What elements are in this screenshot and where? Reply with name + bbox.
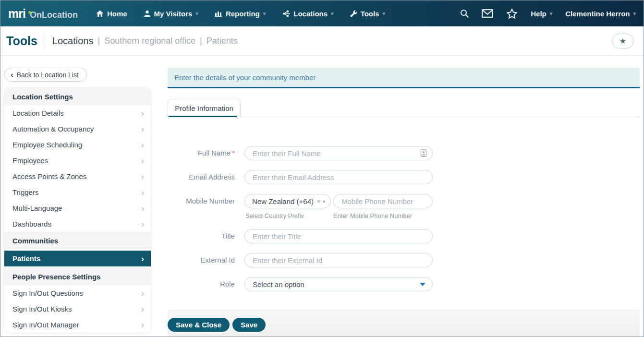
- full-name-label: Full Name*: [168, 146, 244, 160]
- sidebar-item-employees[interactable]: Employees ›: [4, 153, 151, 168]
- nav-item-label: Reporting: [226, 10, 260, 18]
- sidebar-item-sign-in-out-kiosks[interactable]: Sign In/Out Kiosks ›: [4, 301, 151, 317]
- caret-down-icon: ▾: [323, 199, 325, 204]
- sidebar-item-sign-in-out-questions[interactable]: Sign In/Out Questions ›: [4, 285, 151, 301]
- title-label: Title: [168, 229, 244, 243]
- nav-item-label: My Visitors: [154, 10, 193, 18]
- caret-down-icon: ▾: [263, 11, 266, 16]
- external-id-input[interactable]: [244, 253, 433, 267]
- clear-icon[interactable]: ×: [316, 198, 320, 205]
- info-banner-text: Enter the details of your community memb…: [174, 73, 316, 82]
- section-label: People Presence Settings: [12, 273, 100, 281]
- section-label: Communities: [12, 237, 58, 245]
- role-label: Role: [168, 277, 244, 291]
- help-menu[interactable]: Help ▾: [531, 10, 552, 18]
- nav-item-my-visitors[interactable]: My Visitors ▾: [144, 10, 198, 18]
- chevron-right-icon: ›: [141, 320, 144, 329]
- sidebar-item-label: Sign In/Out Questions: [12, 289, 83, 297]
- caret-down-icon: ▾: [331, 11, 334, 16]
- app-logo[interactable]: mri OnLocation: [8, 7, 78, 21]
- sidebar-item-sign-in-out-manager[interactable]: Sign In/Out Manager ›: [4, 317, 151, 333]
- settings-menu-card: Location Settings Location Details › Aut…: [4, 88, 151, 333]
- sidebar-item-location-details[interactable]: Location Details ›: [4, 105, 151, 121]
- chevron-right-icon: ›: [141, 156, 144, 165]
- sidebar-item-label: Triggers: [12, 188, 38, 196]
- full-name-input[interactable]: [244, 146, 433, 160]
- form-row-mobile: Mobile Number New Zealand (+64) × ▾ S: [168, 194, 640, 219]
- sidebar-item-patients[interactable]: Patients ›: [4, 251, 151, 266]
- favorite-page-button[interactable]: ★: [612, 34, 634, 48]
- email-input[interactable]: [244, 170, 433, 184]
- chevron-right-icon: ›: [141, 204, 144, 213]
- sidebar-item-employee-scheduling[interactable]: Employee Scheduling ›: [4, 137, 151, 153]
- chevron-right-icon: ›: [141, 188, 144, 197]
- sidebar-item-automation-occupancy[interactable]: Automation & Occupancy ›: [4, 121, 151, 137]
- user-menu[interactable]: Clementine Herron ▾: [565, 10, 636, 18]
- mobile-label: Mobile Number: [168, 194, 244, 219]
- sidebar-item-label: Multi-Language: [12, 204, 62, 212]
- nav-menu: Home My Visitors ▾ Reporting ▾ Locations…: [96, 10, 385, 18]
- sidebar-item-multi-language[interactable]: Multi-Language ›: [4, 200, 151, 216]
- chevron-right-icon: ›: [141, 172, 144, 181]
- nav-item-reporting[interactable]: Reporting ▾: [215, 10, 266, 18]
- role-select[interactable]: Select an option: [244, 277, 433, 291]
- contact-autofill-icon[interactable]: [420, 149, 427, 159]
- mobile-phone-input[interactable]: [333, 194, 433, 208]
- star-icon: ★: [620, 36, 626, 46]
- logo-mri-text: mri: [8, 7, 25, 21]
- breadcrumb-crumb: Southern regional office: [104, 36, 195, 46]
- form-row-email: Email Address: [168, 170, 640, 184]
- chevron-right-icon: ›: [141, 219, 144, 229]
- country-prefix-value: New Zealand (+64): [252, 197, 314, 205]
- title-input[interactable]: [244, 229, 433, 243]
- save-and-close-button[interactable]: Save & Close: [168, 318, 230, 332]
- content-area: ‹ Back to Location List Location Setting…: [0, 56, 644, 337]
- nav-item-label: Tools: [361, 10, 379, 18]
- country-prefix-select[interactable]: New Zealand (+64) × ▾: [244, 194, 331, 208]
- logo-green-dot: [28, 11, 31, 14]
- tab-profile-information[interactable]: Profile Information: [168, 99, 241, 117]
- chevron-right-icon: ›: [141, 289, 144, 298]
- form-row-role: Role Select an option: [168, 277, 640, 291]
- breadcrumb-divider: [45, 34, 45, 48]
- nav-item-label: Locations: [293, 10, 328, 18]
- sidebar-item-label: Employees: [12, 156, 48, 165]
- phone-helper-text: Enter Mobile Phone Number: [333, 212, 412, 219]
- mail-icon[interactable]: [482, 9, 493, 18]
- nav-right-cluster: Help ▾ Clementine Herron ▾: [460, 8, 636, 19]
- external-id-label: External Id: [168, 253, 244, 267]
- sidebar-item-label: Automation & Occupancy: [12, 125, 94, 133]
- form-row-full-name: Full Name*: [168, 146, 640, 160]
- caret-down-icon: [420, 283, 425, 286]
- section-title: Tools: [6, 34, 37, 48]
- breadcrumb-page[interactable]: Locations: [52, 36, 94, 47]
- chevron-right-icon: ›: [141, 254, 144, 263]
- sidebar-item-label: Patients: [12, 254, 40, 263]
- help-label: Help: [531, 10, 547, 18]
- sidebar-item-dashboards[interactable]: Dashboards ›: [4, 216, 151, 232]
- back-to-location-list-button[interactable]: ‹ Back to Location List: [4, 68, 87, 82]
- nav-item-locations[interactable]: Locations ▾: [282, 10, 333, 18]
- sidebar-item-access-points-zones[interactable]: Access Points & Zones ›: [4, 168, 151, 184]
- person-icon: [144, 10, 151, 17]
- nav-item-label: Home: [107, 10, 127, 18]
- caret-down-icon: ▾: [195, 11, 198, 16]
- favorites-star-icon[interactable]: [506, 8, 518, 19]
- home-icon: [96, 10, 104, 17]
- nav-item-tools[interactable]: Tools ▾: [350, 10, 385, 18]
- tabs-row: Profile Information: [168, 99, 640, 117]
- sidebar-item-triggers[interactable]: Triggers ›: [4, 184, 151, 200]
- chevron-right-icon: ›: [141, 124, 144, 133]
- save-button[interactable]: Save: [232, 318, 266, 332]
- chevron-right-icon: ›: [141, 108, 144, 118]
- mobile-helpers: Select Country Prefix Enter Mobile Phone…: [244, 212, 433, 219]
- search-icon[interactable]: [460, 9, 469, 18]
- breadcrumb-trail: | Southern regional office | Patients: [97, 36, 237, 46]
- back-button-label: Back to Location List: [17, 71, 79, 79]
- nav-item-home[interactable]: Home: [96, 10, 127, 18]
- sidebar-item-label: Location Details: [12, 109, 64, 117]
- chevron-left-icon: ‹: [11, 71, 13, 79]
- sidebar-item-label: Dashboards: [12, 220, 51, 228]
- logo-product-text: OnLocation: [30, 10, 78, 20]
- caret-down-icon: ▾: [550, 11, 553, 16]
